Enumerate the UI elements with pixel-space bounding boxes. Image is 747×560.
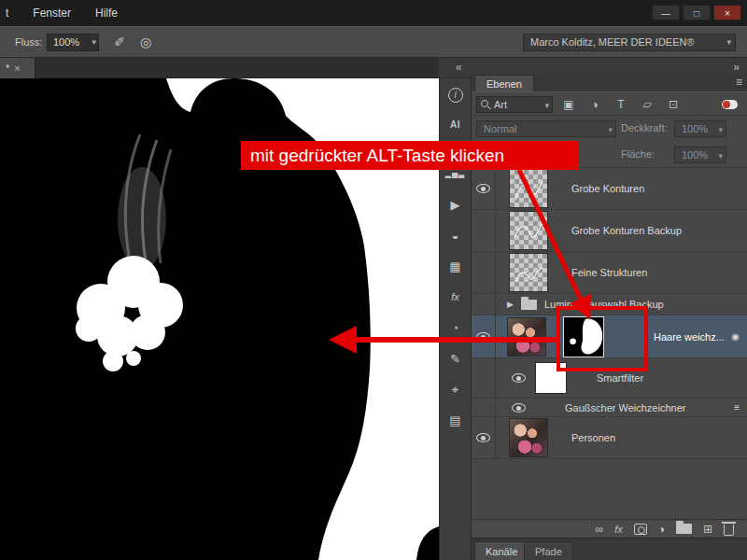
filter-blend-options-icon[interactable]: ≡ bbox=[734, 402, 740, 413]
document-title: * bbox=[6, 63, 9, 74]
menu-item-partial[interactable]: t bbox=[6, 7, 8, 20]
delete-layer-icon[interactable] bbox=[724, 525, 734, 536]
eye-icon[interactable] bbox=[476, 332, 490, 342]
eye-icon[interactable] bbox=[476, 433, 490, 442]
layer-row-grobe-konturen-backup[interactable]: Grobe Konturen Backup bbox=[472, 210, 747, 252]
layer-row-group-luminanzauswahl[interactable]: ▶ Luminanzauswahl Backup bbox=[472, 294, 747, 315]
expand-group-icon[interactable]: ▶ bbox=[507, 300, 514, 309]
flow-label: Fluss: bbox=[15, 36, 42, 48]
filter-shape-layers-icon[interactable]: ▱ bbox=[636, 96, 658, 113]
panel-menu-icon[interactable]: ≡ bbox=[736, 76, 742, 89]
layer-row-gaussscher-weichzeichner[interactable]: Gaußscher Weichzeichner ≡ bbox=[472, 399, 747, 417]
chevron-down-icon[interactable]: ▾ bbox=[88, 35, 96, 50]
adjustments-panel-icon[interactable]: ◔ bbox=[445, 319, 466, 337]
minimize-button[interactable]: — bbox=[652, 5, 680, 21]
layer-row-feine-strukturen[interactable]: Feine Strukturen bbox=[472, 252, 747, 294]
eye-icon[interactable] bbox=[512, 373, 526, 383]
filter-type-layers-icon[interactable]: T bbox=[610, 96, 632, 113]
layer-thumbnail[interactable] bbox=[509, 418, 548, 457]
visibility-cell[interactable] bbox=[472, 168, 496, 209]
fill-label: Fläche: bbox=[621, 148, 655, 160]
workspace-name: Marco Kolditz, MEER DER IDEEN® bbox=[530, 36, 695, 48]
photoshop-window: t Fenster Hilfe — □ × Fluss: 100% ▾ ✐ ◎ … bbox=[0, 0, 747, 560]
close-tab-icon[interactable]: × bbox=[14, 63, 20, 74]
blend-mode-row: Normal ▾ Deckkraft: 100% ▾ bbox=[472, 116, 747, 142]
close-button[interactable]: × bbox=[713, 5, 741, 21]
character-panel-icon[interactable]: AI bbox=[445, 116, 466, 133]
menu-item-fenster[interactable]: Fenster bbox=[33, 7, 71, 20]
fill-input[interactable]: 100% ▾ bbox=[674, 147, 726, 163]
menu-item-hilfe[interactable]: Hilfe bbox=[95, 7, 118, 20]
adjustment-layer-icon[interactable]: ◑ bbox=[658, 523, 665, 536]
workspace-switcher[interactable]: Marco Kolditz, MEER DER IDEEN® ▾ bbox=[523, 34, 736, 51]
clone-source-panel-icon[interactable]: ⌖ bbox=[445, 381, 466, 399]
layer-name: Grobe Konturen Backup bbox=[571, 225, 682, 236]
flow-input[interactable]: 100% ▾ bbox=[47, 34, 99, 51]
eye-icon[interactable] bbox=[476, 184, 490, 193]
eye-icon[interactable] bbox=[512, 403, 526, 413]
visibility-cell[interactable] bbox=[472, 294, 496, 315]
maximize-button[interactable]: □ bbox=[683, 5, 711, 21]
filter-on-off-toggle[interactable] bbox=[722, 100, 738, 109]
add-layer-mask-icon[interactable] bbox=[634, 524, 647, 535]
visibility-cell[interactable] bbox=[472, 315, 496, 357]
airbrush-toggle-icon[interactable]: ✐ bbox=[108, 32, 131, 53]
filter-smart-objects-icon[interactable]: ⊡ bbox=[662, 96, 684, 113]
document-tab[interactable]: *× bbox=[0, 58, 35, 78]
chevron-down-icon: ▾ bbox=[608, 122, 613, 137]
smart-filter-toggle-icon[interactable]: ◉ bbox=[731, 331, 740, 342]
tab-kanaele[interactable]: Kanäle bbox=[474, 541, 529, 560]
layer-name: Luminanzauswahl Backup bbox=[544, 299, 664, 310]
layer-thumbnail[interactable] bbox=[509, 253, 548, 292]
tab-pfade[interactable]: Pfade bbox=[524, 541, 573, 560]
document-tab-bar: *× bbox=[0, 58, 439, 78]
filter-kind-value: Art bbox=[494, 99, 507, 110]
visibility-cell[interactable] bbox=[472, 210, 496, 251]
actions-panel-icon[interactable]: ▶ bbox=[445, 196, 466, 214]
layer-thumbnail[interactable] bbox=[509, 169, 548, 208]
layer-row-haare-weichzeichnen[interactable]: Haare weichz... ◉ bbox=[472, 315, 747, 358]
chevron-down-icon: ▾ bbox=[726, 35, 731, 50]
folder-icon bbox=[521, 300, 537, 310]
layer-list: Grobe Konturen Grobe Konturen Backup Fei… bbox=[472, 168, 747, 519]
layers-panel-tab-bar: Ebenen ≡ bbox=[472, 75, 747, 91]
blend-mode-dropdown[interactable]: Normal ▾ bbox=[476, 120, 616, 137]
flow-value: 100% bbox=[53, 36, 79, 48]
chevron-down-icon: ▾ bbox=[718, 148, 723, 163]
brush-presets-panel-icon[interactable]: ✎ bbox=[445, 350, 466, 368]
new-group-icon[interactable] bbox=[676, 524, 692, 534]
layer-name: Feine Strukturen bbox=[571, 267, 647, 278]
expand-panels-icon[interactable]: » bbox=[733, 61, 740, 74]
layer-name: Smartfilter bbox=[597, 372, 643, 384]
layer-name: Grobe Konturen bbox=[571, 183, 644, 194]
info-panel-icon[interactable]: i bbox=[448, 88, 463, 103]
layer-thumbnail[interactable] bbox=[507, 317, 546, 357]
visibility-cell[interactable] bbox=[472, 417, 496, 458]
measurement-log-panel-icon[interactable]: ▤ bbox=[445, 412, 466, 429]
new-layer-icon[interactable]: ⊞ bbox=[703, 523, 712, 536]
filter-kind-dropdown[interactable]: Art ▾ bbox=[476, 96, 553, 113]
filter-pixel-layers-icon[interactable]: ▣ bbox=[557, 96, 580, 113]
filter-adjustment-layers-icon[interactable]: ◑ bbox=[584, 96, 606, 113]
layer-list-empty-area[interactable] bbox=[472, 459, 747, 519]
smart-filter-mask-thumbnail[interactable] bbox=[535, 362, 567, 394]
visibility-cell[interactable] bbox=[472, 252, 496, 293]
styles-panel-icon[interactable]: fx bbox=[445, 288, 466, 306]
fill-value: 100% bbox=[682, 149, 708, 161]
opacity-input[interactable]: 100% ▾ bbox=[674, 120, 726, 137]
chevron-down-icon: ▾ bbox=[718, 122, 723, 137]
tab-ebenen[interactable]: Ebenen bbox=[474, 75, 534, 91]
swatches-panel-icon[interactable]: ▦ bbox=[445, 258, 466, 275]
layer-thumbnail[interactable] bbox=[509, 211, 548, 250]
channels-paths-tab-bar: Kanäle Pfade bbox=[472, 538, 747, 560]
collapse-to-icons-icon[interactable]: « bbox=[456, 61, 462, 74]
layer-row-smartfilter[interactable]: Smartfilter bbox=[472, 358, 747, 399]
color-panel-icon[interactable]: ◒ bbox=[445, 227, 466, 245]
tablet-pressure-icon[interactable]: ◎ bbox=[134, 32, 157, 53]
layer-style-icon[interactable]: fx bbox=[614, 523, 623, 536]
link-layers-icon[interactable]: ∞ bbox=[596, 523, 604, 536]
opacity-value: 100% bbox=[682, 123, 708, 134]
layer-row-grobe-konturen[interactable]: Grobe Konturen bbox=[472, 168, 747, 210]
layer-row-personen[interactable]: Personen bbox=[472, 417, 747, 459]
layer-mask-thumbnail[interactable] bbox=[563, 316, 604, 357]
